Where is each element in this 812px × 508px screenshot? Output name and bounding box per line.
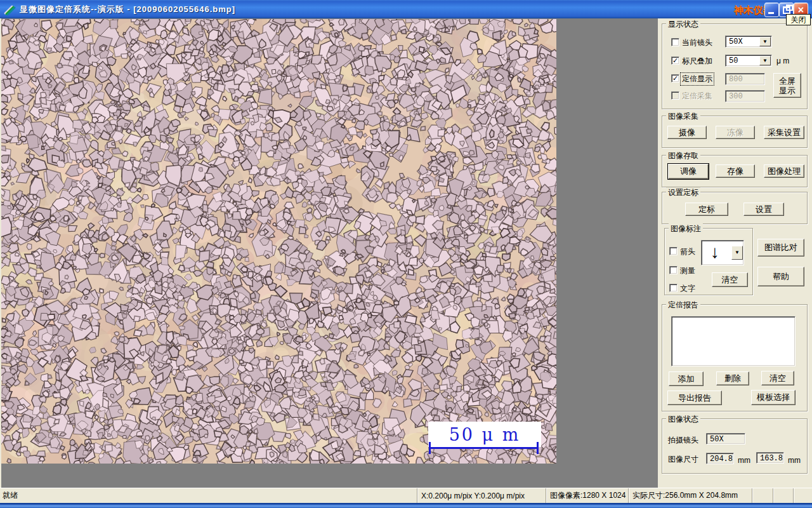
image-size-label: 图像尺寸 [668,454,698,465]
group-calibration: 设置定标 定标 设置 [662,192,808,224]
window-bottom-edge [0,503,812,508]
calibration-setup-button[interactable]: 设置 [743,203,784,216]
fixed-display-label: 定倍显示 [681,73,714,85]
fullscreen-button-line2: 显示 [779,86,796,95]
image-height-value: 163.8 [760,454,783,463]
shoot-lens-field[interactable]: 50X [706,433,745,444]
control-panel: 显示状态 当前镜头 50X ▼ ✓ 标尺叠加 50 ▼ μ m ✓ 定倍显示 8… [658,18,812,488]
capture-button[interactable]: 摄像 [667,126,707,139]
group-title-image-storage: 图像存取 [666,150,700,161]
app-window: 显微图像定倍系统--演示版 - [20090602055646.bmp] 神木仪… [0,0,812,508]
scale-overlay-checkbox[interactable]: ✓ [671,57,679,65]
group-display-status: 显示状态 当前镜头 50X ▼ ✓ 标尺叠加 50 ▼ μ m ✓ 定倍显示 8… [662,23,808,109]
image-width-value: 204.8 [710,455,733,464]
freeze-button: 冻像 [716,126,755,139]
chevron-down-icon: ▼ [763,58,768,64]
group-image-capture: 图像采集 摄像 冻像 采集设置 [662,116,808,148]
help-button[interactable]: 帮助 [757,267,804,286]
scale-overlay-label: 标尺叠加 [682,56,712,67]
arrow-checkbox[interactable] [669,247,678,255]
group-title-image-capture: 图像采集 [666,111,700,122]
chevron-down-icon: ▼ [735,250,740,255]
app-icon [3,3,16,16]
fullscreen-button[interactable]: 全屏 显示 [773,73,801,98]
report-add-button[interactable]: 添加 [669,371,704,386]
status-pixel-scale: X:0.200μ m/pix Y:0.200μ m/pix [417,488,546,503]
image-width-field[interactable]: 204.8 [706,453,734,464]
image-height-unit: mm [788,456,801,465]
report-clear-button[interactable]: 清空 [761,371,794,385]
arrow-label: 箭头 [680,246,695,257]
report-export-button[interactable]: 导出报告 [667,391,722,405]
calibrate-button[interactable]: 定标 [685,203,728,216]
status-empty-2 [773,488,793,503]
group-annotation: 图像标注 箭头 测量 文字 ↓ ▼ 清空 [664,228,753,295]
measure-label: 测量 [680,265,695,276]
atlas-compare-button[interactable]: 图谱比对 [757,239,804,257]
text-label: 文字 [680,283,695,294]
status-ready: 就绪 [0,488,417,503]
save-image-button[interactable]: 存像 [716,164,755,178]
scale-overlay-value: 50 [729,57,738,65]
window-title: 显微图像定倍系统--演示版 - [20090602055646.bmp] [20,4,235,15]
fixed-capture-label: 定倍采集 [682,91,712,102]
titlebar[interactable]: 显微图像定倍系统--演示版 - [20090602055646.bmp] 神木仪… [0,0,812,18]
scalebar-line [429,447,539,449]
scale-overlay-dropdown-button[interactable]: ▼ [759,56,771,65]
status-empty-3 [793,488,812,503]
minimize-button[interactable] [764,3,779,17]
fixed-capture-field: 300 [725,90,765,102]
capture-settings-button[interactable]: 采集设置 [764,126,804,139]
group-title-report: 定倍报告 [666,300,700,311]
status-image-pixels: 图像像素:1280 X 1024 [546,488,628,503]
chevron-down-icon: ▼ [763,39,768,44]
fixed-display-field[interactable]: 800 [725,73,765,85]
arrow-style-dropdown-button[interactable]: ▼ [731,246,743,260]
scale-overlay-unit: μ m [776,57,789,65]
group-title-image-status: 图像状态 [666,414,700,425]
report-listbox[interactable] [671,316,796,366]
scalebar-tick-right [537,442,539,454]
scale-overlay-combo[interactable]: 50 ▼ [725,55,772,67]
scalebar-label: 50 μ m [449,425,521,444]
fixed-display-checkbox[interactable]: ✓ [671,74,679,83]
group-report: 定倍报告 添加 删除 清空 导出报告 模板选择 [662,304,808,411]
group-image-status: 图像状态 拍摄镜头 50X 图像尺寸 204.8 mm 163.8 mm [662,418,808,474]
scalebar-tick-left [429,442,431,454]
group-image-storage: 图像存取 调像 存像 图像处理 [662,155,808,187]
arrow-style-icon: ↓ [710,241,719,263]
shoot-lens-value: 50X [710,435,724,444]
check-icon: ✓ [672,57,678,64]
minimize-icon [768,12,774,14]
status-bar: 就绪 X:0.200μ m/pix Y:0.200μ m/pix 图像像素:12… [0,488,812,503]
check-icon: ✓ [672,75,678,82]
report-delete-button[interactable]: 删除 [716,371,749,385]
group-title-calibration: 设置定标 [666,187,700,198]
image-width-unit: mm [738,456,750,465]
measure-checkbox[interactable] [669,266,678,274]
fixed-capture-checkbox [671,91,679,100]
current-lens-label: 当前镜头 [682,37,712,48]
fixed-display-value: 800 [729,75,743,84]
load-image-button[interactable]: 调像 [668,164,709,179]
image-height-field[interactable]: 163.8 [756,452,784,464]
arrow-style-combo[interactable]: ↓ ▼ [701,240,744,265]
image-process-button[interactable]: 图像处理 [764,164,804,178]
shoot-lens-label: 拍摄镜头 [668,435,698,446]
micrograph-image[interactable] [1,19,556,464]
group-title-display-status: 显示状态 [666,19,700,30]
restore-icon [783,6,790,14]
fullscreen-button-line1: 全屏 [779,76,796,86]
image-viewport: 50 μ m [0,18,658,488]
scalebar-box: 50 μ m [428,422,541,447]
fixed-capture-value: 300 [729,92,743,101]
text-checkbox[interactable] [669,284,678,292]
close-tooltip: 关闭 [786,14,811,25]
annotation-clear-button[interactable]: 清空 [712,272,748,287]
current-lens-checkbox[interactable] [671,38,679,46]
current-lens-value: 50X [729,37,743,46]
current-lens-dropdown-button[interactable]: ▼ [759,37,771,46]
report-template-button[interactable]: 模板选择 [751,390,796,405]
status-empty-1 [752,488,773,503]
current-lens-combo[interactable]: 50X ▼ [725,36,772,48]
